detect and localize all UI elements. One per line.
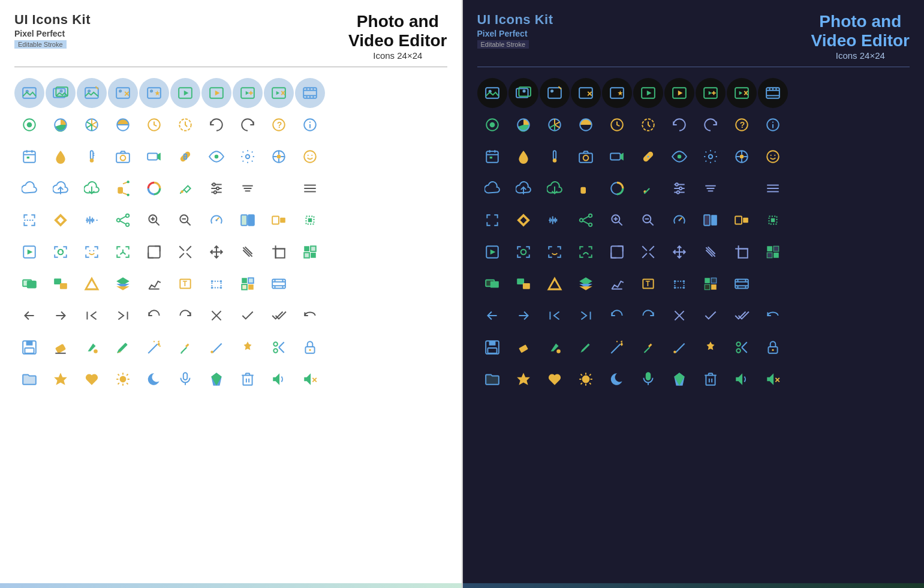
svg-rect-84 [118, 187, 123, 194]
dark-row-2: ? [477, 110, 910, 140]
svg-marker-67 [157, 153, 160, 161]
d-icon-zoomout [633, 205, 663, 235]
light-row-7: T [14, 269, 447, 299]
svg-rect-227 [183, 373, 188, 380]
icon-move [201, 237, 231, 267]
light-header-left: UI Icons Kit Pixel Perfect Editable Stro… [14, 12, 91, 49]
svg-point-143 [89, 250, 91, 251]
icon-face-focus [46, 237, 76, 267]
d-icon-settings [696, 142, 726, 172]
svg-marker-20 [246, 91, 249, 95]
icon-clock2 [170, 110, 200, 140]
icon-image-edit [77, 78, 107, 108]
icon-waveform [77, 205, 107, 235]
d-icon-smiley [758, 142, 788, 172]
svg-text:T: T [645, 280, 650, 289]
svg-point-243 [551, 91, 553, 92]
icon-speaker-mute [295, 364, 325, 394]
d-icon-graph [602, 269, 632, 299]
icon-crop2 [264, 237, 294, 267]
light-row-4 [14, 173, 447, 203]
d-icon-share3 [571, 205, 601, 235]
d-icon-zoomin [602, 205, 632, 235]
icon-film2 [264, 142, 294, 172]
light-icon-grid: ? [14, 78, 447, 394]
svg-point-427 [736, 343, 741, 347]
icon-settings [233, 142, 263, 172]
svg-rect-161 [304, 253, 309, 258]
svg-point-301 [739, 155, 744, 159]
dark-header-right: Photo andVideo Editor Icons 24×24 [811, 12, 910, 61]
svg-point-179 [220, 287, 222, 289]
icon-close [201, 301, 231, 331]
svg-point-293 [583, 155, 588, 161]
icon-dots [264, 173, 294, 203]
svg-point-140 [58, 250, 64, 255]
d-icon-download [540, 173, 570, 203]
svg-rect-374 [738, 249, 747, 258]
d-icon-eyedropper [633, 173, 663, 203]
svg-line-147 [179, 247, 184, 251]
svg-rect-183 [248, 284, 254, 290]
icon-smiley [295, 142, 325, 172]
svg-rect-382 [522, 283, 529, 289]
icon-eyedropper [170, 173, 200, 203]
d-icon-blocks [758, 237, 788, 267]
svg-rect-200 [56, 345, 65, 353]
icon-mic [170, 364, 200, 394]
svg-rect-5 [85, 88, 98, 98]
light-row-2: ? [14, 110, 447, 140]
icon-calendar [14, 142, 44, 172]
icon-sliders [201, 173, 231, 203]
svg-point-65 [121, 155, 126, 161]
svg-point-4 [60, 91, 62, 92]
d-icon-photo [477, 78, 507, 108]
d-icon-compress [477, 205, 507, 235]
dark-header-left: UI Icons Kit Pixel Perfect Editable Stro… [477, 12, 553, 49]
icon-image-remove [108, 78, 138, 108]
svg-line-122 [120, 221, 126, 224]
icon-frame-play [14, 237, 44, 267]
svg-rect-414 [489, 341, 495, 346]
svg-point-395 [682, 287, 684, 289]
svg-rect-135 [280, 218, 285, 223]
svg-rect-380 [490, 281, 498, 288]
d-icon-info [758, 110, 788, 140]
svg-point-424 [673, 351, 676, 353]
svg-rect-311 [580, 187, 586, 194]
dark-icon-grid: ? [477, 78, 910, 394]
svg-marker-233 [273, 374, 279, 386]
d-icon-mic [633, 364, 663, 394]
d-icon-redo [696, 110, 726, 140]
svg-rect-441 [646, 373, 650, 380]
d-icon-fill [540, 332, 570, 362]
d-icon-move [664, 237, 694, 267]
svg-rect-158 [276, 249, 285, 258]
d-icon-film [758, 78, 788, 108]
light-row-6 [14, 237, 447, 267]
svg-line-439 [580, 383, 582, 385]
d-icon-wave [540, 205, 570, 235]
svg-point-70 [185, 156, 186, 157]
icon-filter [233, 173, 263, 203]
icon-heart [77, 364, 107, 394]
icon-zoom-in [139, 205, 169, 235]
icon-object-focus [108, 237, 138, 267]
svg-point-176 [211, 280, 213, 282]
d-icon-eye [664, 142, 694, 172]
svg-rect-399 [711, 284, 717, 290]
svg-rect-356 [743, 218, 748, 223]
svg-point-213 [273, 343, 278, 347]
svg-line-42 [92, 125, 97, 128]
d-icon-sun [571, 364, 601, 394]
d-icon-speed [664, 205, 694, 235]
icon-upload [46, 173, 76, 203]
dark-row-8 [477, 301, 910, 331]
d-icon-check [696, 301, 726, 331]
svg-rect-242 [548, 88, 561, 98]
svg-rect-137 [308, 218, 312, 223]
d-icon-redo3 [633, 301, 663, 331]
svg-rect-398 [705, 284, 710, 290]
d-icon-colorwheel [602, 173, 632, 203]
svg-rect-397 [711, 278, 717, 284]
